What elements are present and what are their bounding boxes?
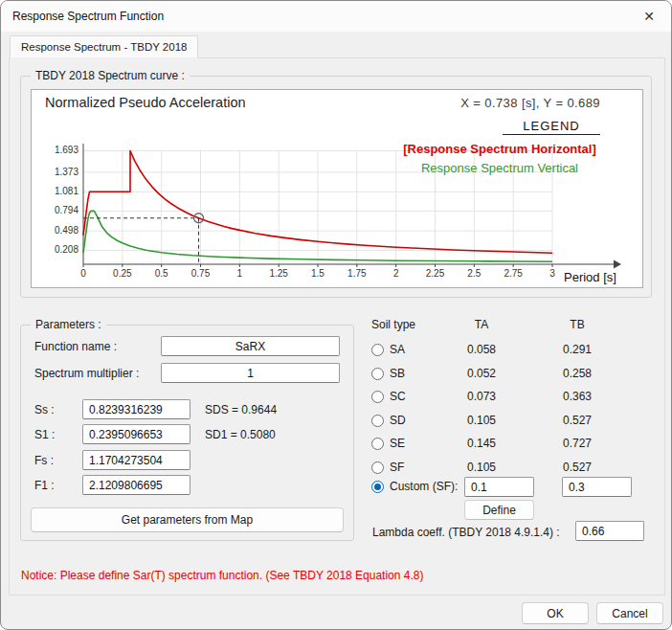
chart-title: Normalized Pseudo Acceleration <box>45 95 246 110</box>
tab-page: TBDY 2018 Spectrum curve : 00.250.50.751… <box>9 57 665 596</box>
fs-input[interactable] <box>82 450 190 470</box>
svg-text:3: 3 <box>549 268 555 279</box>
spectrum-multiplier-input[interactable] <box>161 363 340 383</box>
s1-label: S1 : <box>34 428 55 441</box>
radio-sb[interactable] <box>371 368 384 380</box>
sds-value: SDS = 0.9644 <box>205 403 277 416</box>
soil-row-tb-value: 0.527 <box>534 414 620 427</box>
soil-row-sa: SA 0.058 0.291 <box>371 340 630 359</box>
soil-row-sc: SC 0.073 0.363 <box>371 387 630 406</box>
tb-header: TB <box>534 318 620 331</box>
function-name-input[interactable] <box>161 336 340 356</box>
response-spectrum-function-dialog: Response Spectrum Function ✕ Response Sp… <box>0 0 672 630</box>
ta-header: TA <box>438 318 525 331</box>
svg-text:1.75: 1.75 <box>347 268 367 279</box>
ok-button[interactable]: OK <box>522 602 589 624</box>
svg-text:0.25: 0.25 <box>113 268 132 279</box>
soil-row-ta-value: 0.145 <box>438 437 525 450</box>
soil-row-ta-value: 0.105 <box>438 414 525 427</box>
soil-row-ta-value: 0.105 <box>438 461 525 474</box>
s1-input[interactable] <box>82 424 190 444</box>
ss-input[interactable] <box>82 399 190 419</box>
soil-row-se: SE 0.145 0.727 <box>371 434 630 453</box>
svg-text:1.693: 1.693 <box>55 145 78 155</box>
svg-text:0.208: 0.208 <box>55 244 78 255</box>
sd1-value: SD1 = 0.5080 <box>205 428 276 441</box>
tab-response-spectrum-tbdy-2018[interactable]: Response Spectrum - TBDY 2018 <box>10 35 198 58</box>
soil-row-sf: SF 0.105 0.527 <box>371 458 630 477</box>
window-title: Response Spectrum Function <box>12 10 164 23</box>
radio-sc[interactable] <box>371 391 384 403</box>
svg-text:1.25: 1.25 <box>269 268 288 279</box>
soil-row-label: SD <box>390 414 438 427</box>
soil-row-label: SC <box>390 390 438 403</box>
radio-sf[interactable] <box>371 461 384 474</box>
radio-sa[interactable] <box>371 344 384 356</box>
notice-text: Notice: Please define Sar(T) spectrum fu… <box>21 569 423 582</box>
close-button[interactable]: ✕ <box>627 1 671 32</box>
lambda-coeff-input[interactable] <box>575 521 644 541</box>
soil-row-ta-value: 0.073 <box>438 390 525 403</box>
svg-text:1.5: 1.5 <box>311 268 325 279</box>
spectrum-curve-group-label: TBDY 2018 Spectrum curve : <box>31 69 190 82</box>
soil-row-ta-value: 0.052 <box>438 367 525 380</box>
soil-row-tb-value: 0.363 <box>534 390 620 403</box>
radio-custom-sf[interactable] <box>371 481 384 493</box>
lambda-coeff-label: Lambda coeff. (TBDY 2018 4.9.1.4) : <box>372 526 560 539</box>
svg-text:0.75: 0.75 <box>191 268 211 279</box>
fs-label: Fs : <box>34 454 54 467</box>
custom-tb-input[interactable] <box>562 477 632 497</box>
spectrum-chart[interactable]: 00.250.50.7511.251.51.7522.252.52.7531.6… <box>31 89 643 288</box>
radio-se[interactable] <box>371 438 384 450</box>
custom-ta-input[interactable] <box>464 477 534 497</box>
legend-horizontal-entry: [Response Spectrum Horizontal] <box>399 142 600 156</box>
svg-text:0.794: 0.794 <box>55 205 78 215</box>
soil-table-header: Soil type TA TB <box>371 315 630 334</box>
soil-row-label: SA <box>390 343 438 356</box>
spectrum-curve-group: TBDY 2018 Spectrum curve : 00.250.50.751… <box>20 76 652 298</box>
legend-vertical-entry: Response Spectrum Vertical <box>399 161 600 175</box>
svg-text:2.75: 2.75 <box>504 268 523 279</box>
close-icon: ✕ <box>643 9 655 24</box>
svg-text:1.081: 1.081 <box>55 186 78 196</box>
svg-text:0: 0 <box>80 268 86 279</box>
chart-legend: LEGEND [Response Spectrum Horizontal] Re… <box>399 119 600 175</box>
f1-label: F1 : <box>34 479 55 492</box>
legend-title: LEGEND <box>503 119 600 135</box>
window-titlebar[interactable]: Response Spectrum Function ✕ <box>1 1 671 32</box>
soil-row-label: SF <box>390 461 438 474</box>
soil-row-label: SE <box>390 437 438 450</box>
soil-row-label: SB <box>390 367 438 380</box>
soil-row-sb: SB 0.052 0.258 <box>371 364 630 383</box>
svg-text:0.5: 0.5 <box>155 268 168 279</box>
soil-row-tb-value: 0.727 <box>534 437 620 450</box>
soil-row-tb-value: 0.258 <box>534 367 620 380</box>
custom-sf-label: Custom (SF): <box>390 480 466 493</box>
get-parameters-from-map-button[interactable]: Get parameters from Map <box>31 507 344 532</box>
spectrum-multiplier-label: Spectrum multiplier : <box>34 367 139 380</box>
svg-text:Period [s]: Period [s] <box>564 270 616 284</box>
define-button[interactable]: Define <box>464 500 534 520</box>
svg-text:2.25: 2.25 <box>426 268 445 279</box>
soil-row-ta-value: 0.058 <box>438 343 525 356</box>
soil-row-sd: SD 0.105 0.527 <box>371 411 630 430</box>
radio-sd[interactable] <box>371 415 384 427</box>
cursor-readout: X = 0.738 [s], Y = 0.689 <box>460 96 600 110</box>
svg-text:1.373: 1.373 <box>55 167 78 177</box>
parameters-group: Parameters : Function name : Spectrum mu… <box>20 325 354 541</box>
ss-label: Ss : <box>34 403 55 416</box>
svg-text:1: 1 <box>237 268 243 279</box>
parameters-group-label: Parameters : <box>31 318 106 331</box>
soil-row-tb-value: 0.291 <box>534 343 620 356</box>
svg-text:2.5: 2.5 <box>467 268 481 279</box>
soil-row-tb-value: 0.527 <box>534 461 620 474</box>
svg-text:2: 2 <box>393 268 399 279</box>
f1-input[interactable] <box>82 475 190 495</box>
soil-type-header: Soil type <box>371 318 438 331</box>
svg-text:0.498: 0.498 <box>55 225 78 236</box>
function-name-label: Function name : <box>34 340 117 353</box>
cancel-button[interactable]: Cancel <box>596 602 663 624</box>
